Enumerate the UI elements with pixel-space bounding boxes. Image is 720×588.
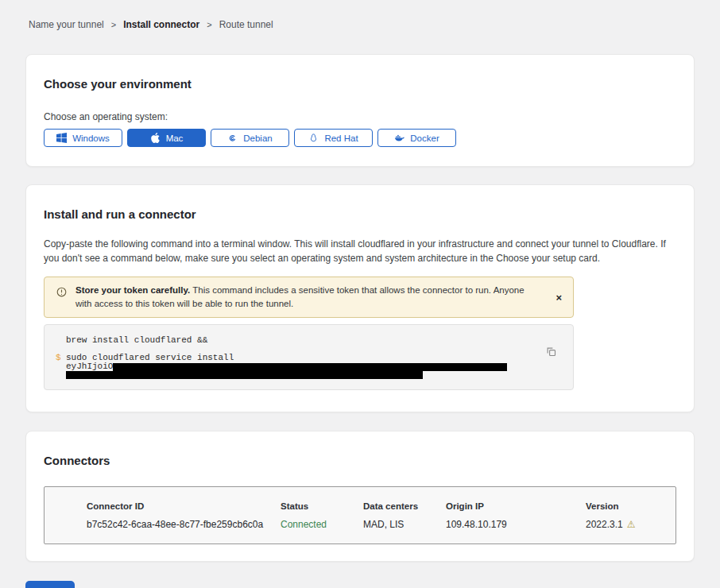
os-button-label: Docker xyxy=(410,133,439,143)
os-button-label: Red Hat xyxy=(324,133,358,143)
choose-environment-card: Choose your environment Choose an operat… xyxy=(25,54,695,167)
environment-card-title: Choose your environment xyxy=(44,77,676,91)
os-select-label: Choose an operating system: xyxy=(44,111,676,122)
warning-message: Store your token carefully. This command… xyxy=(75,284,563,311)
breadcrumb-route-tunnel[interactable]: Route tunnel xyxy=(219,19,273,30)
os-button-group: Windows Mac Debian Red Hat xyxy=(44,129,676,147)
col-header-data-centers: Data centers xyxy=(363,501,446,511)
install-description: Copy-paste the following command into a … xyxy=(44,237,676,265)
redacted-token-bar xyxy=(113,363,507,371)
code-line: $sudo cloudflared service install xyxy=(56,354,562,362)
token-prefix: eyJhIjoiO xyxy=(66,362,113,371)
install-connector-card: Install and run a connector Copy-paste t… xyxy=(25,184,695,412)
os-button-debian[interactable]: Debian xyxy=(211,129,289,147)
token-warning-banner: Store your token carefully. This command… xyxy=(44,277,574,318)
os-button-docker[interactable]: Docker xyxy=(377,129,456,147)
connectors-card: Connectors Connector ID Status Data cent… xyxy=(25,431,695,562)
docker-icon xyxy=(394,133,405,143)
connectors-table: Connector ID Status Data centers Origin … xyxy=(44,486,676,544)
col-header-version: Version xyxy=(586,501,675,511)
warning-bold-text: Store your token carefully. xyxy=(75,285,190,295)
connectors-card-title: Connectors xyxy=(44,454,676,467)
shell-prompt: $ xyxy=(56,354,66,362)
origin-ip-cell: 109.48.10.179 xyxy=(446,519,586,530)
warning-triangle-icon: ⚠ xyxy=(627,520,636,529)
status-badge: Connected xyxy=(281,519,363,530)
info-circle-icon xyxy=(56,286,68,298)
copy-icon xyxy=(545,346,557,358)
code-line-1: brew install cloudflared && xyxy=(66,336,207,345)
code-line xyxy=(56,371,562,379)
code-line: brew install cloudflared && xyxy=(56,336,562,345)
os-button-redhat[interactable]: Red Hat xyxy=(294,129,373,147)
version-cell: 2022.3.1 ⚠ xyxy=(586,519,675,530)
os-button-label: Windows xyxy=(72,133,110,143)
debian-icon xyxy=(227,133,238,143)
connector-id-cell: b7c52c42-6caa-48ee-8c77-fbe259cb6c0a xyxy=(87,519,281,530)
breadcrumb: Name your tunnel > Install connector > R… xyxy=(25,19,695,30)
install-card-title: Install and run a connector xyxy=(44,207,676,221)
os-button-mac[interactable]: Mac xyxy=(127,129,206,147)
redhat-icon xyxy=(308,133,319,143)
windows-icon xyxy=(56,133,67,143)
breadcrumb-name-your-tunnel[interactable]: Name your tunnel xyxy=(29,19,104,30)
data-centers-cell: MAD, LIS xyxy=(363,519,446,530)
table-row: b7c52c42-6caa-48ee-8c77-fbe259cb6c0a Con… xyxy=(45,511,675,544)
version-value: 2022.3.1 xyxy=(586,519,623,530)
col-header-status: Status xyxy=(281,501,363,511)
tunnel-setup-page: Name your tunnel > Install connector > R… xyxy=(0,0,720,588)
install-command-codeblock: brew install cloudflared && $sudo cloudf… xyxy=(44,324,574,390)
breadcrumb-install-connector[interactable]: Install connector xyxy=(123,19,199,30)
breadcrumb-separator: > xyxy=(207,20,211,29)
next-button[interactable]: Next xyxy=(25,581,75,588)
os-button-label: Debian xyxy=(243,133,272,143)
redacted-token-bar xyxy=(66,371,423,379)
apple-icon xyxy=(150,133,161,143)
table-header-row: Connector ID Status Data centers Origin … xyxy=(45,487,675,511)
close-banner-button[interactable]: × xyxy=(552,291,565,304)
os-button-label: Mac xyxy=(166,133,184,143)
col-header-origin-ip: Origin IP xyxy=(446,501,586,511)
code-line: eyJhIjoiO xyxy=(56,362,562,371)
os-button-windows[interactable]: Windows xyxy=(44,129,122,147)
breadcrumb-separator: > xyxy=(111,20,116,29)
col-header-connector-id: Connector ID xyxy=(87,501,281,511)
copy-command-button[interactable] xyxy=(545,346,557,358)
